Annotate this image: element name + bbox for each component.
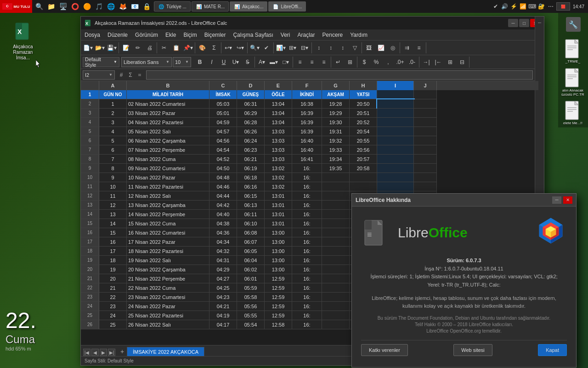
cell-H2[interactable]: 20:50 [350,99,377,109]
ql-icon-4[interactable]: ⭕ [69,1,80,12]
cell-A18[interactable]: 17 [99,247,127,256]
cell-B6[interactable]: 06 Nisan 2022 Çarşamba [127,136,209,145]
cell-B13[interactable]: 13 Nisan 2022 Çarşamba [127,201,209,210]
ql-icon-10[interactable]: 🔒 [141,1,152,12]
ql-icon-1[interactable]: 🔍 [34,1,45,12]
cell-F2[interactable]: 16:38 [292,99,322,109]
cell-F12[interactable]: 16: [292,191,322,201]
cell-J11[interactable] [414,182,437,191]
col-header-E[interactable]: E [265,81,292,90]
cell-E18[interactable]: 13:00 [265,247,292,256]
tb-format[interactable]: Σ [209,42,220,53]
cell-C11[interactable]: 04:46 [209,182,237,191]
tb-grid[interactable]: ⊞▾ [287,42,298,53]
cell-E3[interactable]: 13:04 [265,109,292,118]
cell-A13[interactable]: 12 [99,201,127,210]
cell-D25[interactable]: 05:55 [237,311,265,320]
cell-C7[interactable]: 04:54 [209,145,237,155]
cell-G24[interactable] [322,302,350,311]
cell-D1[interactable]: GÜNEŞ [237,90,265,99]
cell-J1[interactable] [414,90,437,99]
cell-A4[interactable]: 3 [99,118,127,127]
cell-A20[interactable]: 19 [99,265,127,274]
cell-reference-box[interactable]: I2 ▼ [83,70,115,80]
tb-num2[interactable]: % [371,57,382,68]
cell-C21[interactable]: 04:27 [209,274,237,283]
cell-G1[interactable]: AKŞAM [322,90,350,99]
cell-G16[interactable] [322,228,350,237]
taskwin-mate[interactable]: 📊 MATE R... [192,1,229,12]
cell-H3[interactable]: 20:51 [350,109,377,118]
row-num-18[interactable]: 18 [81,247,99,256]
cell-D19[interactable]: 06:04 [237,256,265,265]
tb-num5[interactable]: .0- [407,57,418,68]
cell-J5[interactable] [414,127,437,136]
cell-G5[interactable]: 19:31 [322,127,350,136]
tb-filter[interactable]: ▽ [349,42,360,53]
sheet-nav-next[interactable]: ▶ [100,349,107,356]
tb-align-right[interactable]: ≡ [318,57,329,68]
tb-edit2[interactable]: ✏ [132,42,143,53]
cell-F10[interactable]: 16: [292,173,322,182]
cell-E19[interactable]: 13:00 [265,256,292,265]
cell-G8[interactable]: 19:34 [322,155,350,164]
cell-B1[interactable]: MİLADİ TARİH [127,90,209,99]
cell-F20[interactable]: 16: [292,265,322,274]
menu-araclar[interactable]: Araçlar [294,29,319,40]
cell-C19[interactable]: 04:31 [209,256,237,265]
taskwin-turkey[interactable]: 🌐 Türkiye ... [154,1,191,12]
row-num-2[interactable]: 2 [81,99,99,109]
tb-misc2[interactable]: ≡ [413,42,424,53]
right-panel-doc1[interactable]: _TRWE_ [560,38,586,64]
tb-save[interactable]: 💾▾ [106,42,117,53]
cell-D6[interactable]: 06:24 [237,136,265,145]
cell-D4[interactable]: 06:28 [237,118,265,127]
cell-A25[interactable]: 24 [99,311,127,320]
cell-I5[interactable] [377,127,414,136]
row-num-5[interactable]: 5 [81,127,99,136]
cell-C26[interactable]: 04:17 [209,320,237,329]
tb-undo[interactable]: ↩▾ [223,42,234,53]
tb-open[interactable]: 📂▾ [94,42,105,53]
cell-B16[interactable]: 16 Nisan 2022 Cumartesi [127,228,209,237]
cell-B3[interactable]: 03 Nisan 2022 Pazar [127,109,209,118]
cell-D11[interactable]: 06:16 [237,182,265,191]
col-header-B[interactable]: B [127,81,209,90]
cell-D26[interactable]: 05:54 [237,320,265,329]
cell-F19[interactable]: 16: [292,256,322,265]
cell-C17[interactable]: 04:34 [209,237,237,247]
menu-dosya[interactable]: Dosya [81,29,104,40]
row-num-21[interactable]: 21 [81,274,99,283]
tb-num3[interactable]: , [383,57,394,68]
cell-I2[interactable] [377,99,414,109]
cell-A14[interactable]: 13 [99,210,127,219]
tb-underline2[interactable]: U▾ [230,57,241,68]
col-header-A[interactable]: A [99,81,127,90]
menu-gorunum[interactable]: Görünüm [131,29,162,40]
cell-E23[interactable]: 12:59 [265,293,292,302]
cell-C13[interactable]: 04:42 [209,201,237,210]
cell-C4[interactable]: 04:59 [209,118,237,127]
about-contributors-button[interactable]: Katkı verenler [361,344,408,356]
cell-F7[interactable]: 16:40 [292,145,322,155]
tb-freeze[interactable]: ⊟▾ [299,42,310,53]
row-num-7[interactable]: 7 [81,145,99,155]
cell-D10[interactable]: 06:18 [237,173,265,182]
ql-icon-9[interactable]: 📧 [129,1,140,12]
cell-B25[interactable]: 25 Nisan 2022 Pazartesi [127,311,209,320]
menu-calisma[interactable]: Çalışma Sayfası [229,29,277,40]
tb-chart[interactable]: 📊▾ [275,42,286,53]
tb-sort3[interactable]: ↕ [337,42,348,53]
tb-align-left[interactable]: ≡ [294,57,305,68]
cell-C3[interactable]: 05:01 [209,109,237,118]
tb-bold[interactable]: B [194,57,205,68]
cell-J3[interactable] [414,109,437,118]
cell-F22[interactable]: 16: [292,283,322,293]
tray-net[interactable]: 📶 [519,1,528,12]
cell-A2[interactable]: 1 [99,99,127,109]
row-num-12[interactable]: 12 [81,191,99,201]
menu-bicemler[interactable]: Biçemler [201,29,230,40]
cell-J8[interactable] [414,155,437,164]
row-num-13[interactable]: 13 [81,201,99,210]
row-num-6[interactable]: 6 [81,136,99,145]
